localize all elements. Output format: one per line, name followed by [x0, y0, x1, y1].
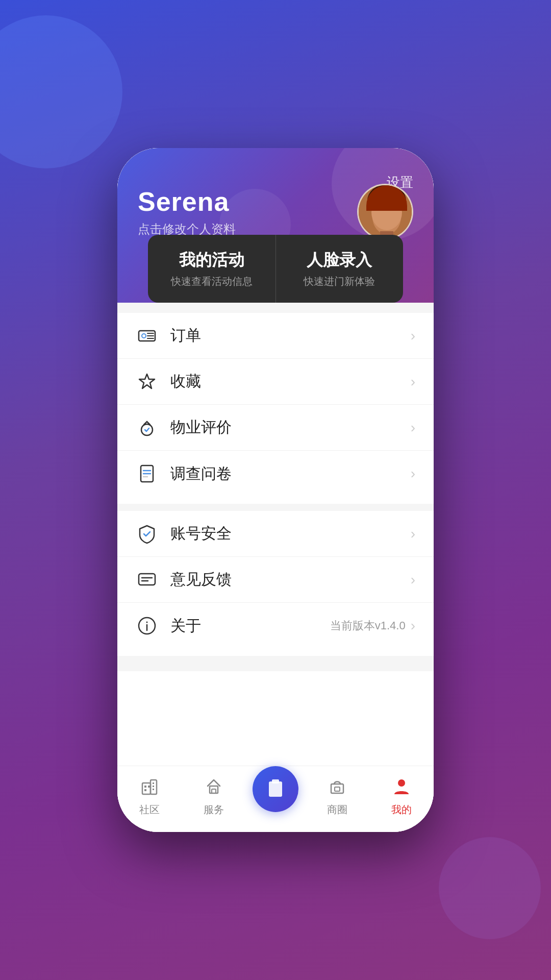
- menu-item-account-security[interactable]: 账号安全 ›: [117, 511, 434, 557]
- mall-label: 商圈: [327, 803, 347, 817]
- menu-item-property-review[interactable]: 物业评价 ›: [117, 405, 434, 451]
- orders-label: 订单: [170, 325, 411, 346]
- menu-item-favorites[interactable]: 收藏 ›: [117, 359, 434, 405]
- svg-rect-34: [153, 789, 154, 790]
- screen: 设置 Serena 点击修改个人资料: [117, 148, 434, 832]
- menu-item-feedback[interactable]: 意见反馈 ›: [117, 557, 434, 603]
- profile-header: 设置 Serena 点击修改个人资料: [117, 148, 434, 303]
- chevron-icon: ›: [411, 328, 415, 344]
- favorites-right: ›: [411, 374, 415, 390]
- orders-right: ›: [411, 328, 415, 344]
- chat-icon: [136, 569, 158, 591]
- svg-rect-40: [335, 787, 340, 791]
- svg-rect-30: [148, 786, 150, 788]
- menu-item-survey[interactable]: 调查问卷 ›: [117, 451, 434, 497]
- account-security-label: 账号安全: [170, 523, 411, 544]
- svg-point-3: [379, 211, 384, 217]
- menu-list: 订单 › 收藏 ›: [117, 313, 434, 766]
- home-icon: [205, 777, 223, 800]
- svg-rect-33: [153, 786, 154, 787]
- my-activities-button[interactable]: 我的活动 快速查看活动信息: [148, 235, 276, 303]
- svg-rect-38: [272, 779, 279, 783]
- menu-item-orders[interactable]: 订单 ›: [117, 313, 434, 359]
- svg-rect-29: [144, 786, 146, 788]
- star-icon: [136, 371, 158, 393]
- community-label: 社区: [139, 803, 160, 817]
- svg-rect-39: [331, 784, 343, 793]
- chevron-icon: ›: [411, 526, 415, 542]
- about-label: 关于: [170, 616, 330, 636]
- medal-icon: [136, 416, 158, 439]
- feedback-right: ›: [411, 572, 415, 588]
- menu-item-about[interactable]: 关于 当前版本v1.4.0 ›: [117, 603, 434, 649]
- svg-point-9: [142, 334, 146, 338]
- favorites-label: 收藏: [170, 371, 411, 392]
- document-icon: [136, 462, 158, 485]
- svg-point-41: [398, 779, 405, 787]
- chevron-icon: ›: [411, 465, 415, 482]
- profile-row: Serena 点击修改个人资料: [138, 184, 413, 240]
- shop-icon: [328, 777, 346, 800]
- about-right: 当前版本v1.4.0 ›: [330, 618, 415, 634]
- svg-point-1: [367, 185, 406, 217]
- building-icon: [140, 777, 159, 800]
- property-review-label: 物业评价: [170, 417, 411, 438]
- survey-right: ›: [411, 465, 415, 482]
- feedback-label: 意见反馈: [170, 569, 411, 590]
- svg-point-26: [146, 622, 148, 623]
- actions-bar: 我的活动 快速查看活动信息 人脸录入 快速进门新体验: [148, 235, 403, 303]
- chevron-icon: ›: [411, 374, 415, 390]
- user-icon: [392, 777, 411, 800]
- version-text: 当前版本v1.4.0: [330, 618, 406, 633]
- face-entry-button[interactable]: 人脸录入 快速进门新体验: [276, 235, 404, 303]
- svg-rect-37: [269, 781, 282, 797]
- survey-label: 调查问卷: [170, 463, 411, 484]
- nav-mine[interactable]: 我的: [376, 777, 427, 817]
- avatar[interactable]: [357, 184, 413, 240]
- svg-point-5: [385, 219, 388, 221]
- account-security-right: ›: [411, 526, 415, 542]
- bottom-nav: 社区 服务: [117, 766, 434, 832]
- chevron-icon: ›: [411, 420, 415, 436]
- svg-rect-32: [153, 782, 154, 784]
- spacer-2: [117, 656, 434, 671]
- face-entry-subtitle: 快速进门新体验: [304, 275, 375, 288]
- svg-rect-27: [142, 783, 151, 794]
- svg-point-2: [372, 200, 401, 234]
- phone-shell: 设置 Serena 点击修改个人资料: [117, 148, 434, 832]
- my-activities-subtitle: 快速查看活动信息: [171, 275, 253, 288]
- nav-community[interactable]: 社区: [124, 777, 175, 817]
- svg-rect-31: [144, 789, 146, 791]
- avatar-image: [359, 185, 412, 238]
- chevron-icon: ›: [411, 618, 415, 634]
- shield-icon: [136, 523, 158, 545]
- profile-info[interactable]: Serena 点击修改个人资料: [138, 186, 236, 237]
- menu-group-1: 订单 › 收藏 ›: [117, 313, 434, 497]
- mine-label: 我的: [391, 803, 412, 817]
- info-icon: [136, 615, 158, 637]
- spacer-1: [117, 504, 434, 511]
- chevron-icon: ›: [411, 572, 415, 588]
- svg-point-4: [390, 211, 395, 217]
- menu-group-2: 账号安全 › 意见反馈 ›: [117, 511, 434, 649]
- face-entry-title: 人脸录入: [307, 249, 372, 272]
- svg-marker-15: [139, 374, 155, 388]
- nav-service[interactable]: 服务: [188, 777, 239, 817]
- ticket-icon: [136, 325, 158, 347]
- my-activities-title: 我的活动: [179, 249, 244, 272]
- username: Serena: [138, 186, 236, 217]
- service-label: 服务: [204, 803, 224, 817]
- nav-center-button[interactable]: [253, 766, 298, 812]
- svg-rect-21: [139, 574, 155, 585]
- nav-mall[interactable]: 商圈: [312, 777, 363, 817]
- property-review-right: ›: [411, 420, 415, 436]
